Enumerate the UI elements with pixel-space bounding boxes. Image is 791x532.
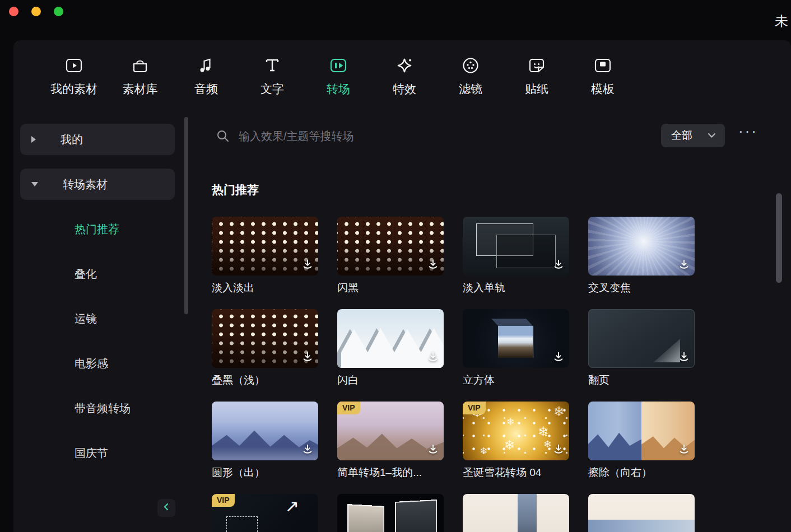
transition-label: 立方体 (463, 373, 569, 388)
transition-thumbnail[interactable] (463, 309, 569, 368)
transition-item[interactable] (588, 494, 695, 532)
chevron-down-icon (708, 130, 716, 141)
download-icon[interactable] (678, 443, 690, 458)
sidebar-item-cinematic[interactable]: 电影感 (13, 341, 202, 386)
transition-label: 闪白 (337, 373, 444, 388)
vip-badge: VIP (212, 494, 235, 507)
transition-thumbnail[interactable] (463, 217, 569, 276)
transition-thumbnail[interactable]: VIP (212, 494, 318, 532)
window-controls (9, 7, 63, 16)
sidebar: 我的 转场素材 热门推荐 叠化 运镜 电影感 带音频转场 国庆节 (13, 116, 202, 532)
vip-badge: VIP (337, 402, 360, 414)
download-icon[interactable] (678, 258, 690, 273)
transition-item[interactable]: 擦除（向右） (588, 402, 695, 480)
filter-selected-value: 全部 (671, 128, 692, 143)
transition-item[interactable]: VIP 简单转场1–我的... (337, 402, 444, 480)
sidebar-list: 热门推荐 叠化 运镜 电影感 带音频转场 国庆节 (13, 207, 202, 475)
transition-item[interactable]: 闪黑 (337, 217, 444, 295)
transition-item[interactable]: 叠黑（浅） (212, 309, 318, 388)
sidebar-group-transitions[interactable]: 转场素材 (20, 169, 175, 200)
effects-icon (394, 55, 415, 76)
sidebar-collapse-button[interactable] (157, 499, 175, 517)
main-panel: 我的素材 素材库 音频 文字 转场 (13, 40, 791, 532)
transition-label: 叠黑（浅） (212, 373, 318, 388)
tab-text[interactable]: 文字 (249, 55, 296, 116)
close-button[interactable] (9, 7, 18, 16)
transition-thumbnail[interactable] (588, 494, 695, 532)
transition-item[interactable]: 立方体 (463, 309, 569, 388)
transition-item[interactable] (337, 494, 444, 532)
transition-thumbnail[interactable] (588, 309, 695, 368)
content-scrollbar[interactable] (776, 193, 782, 283)
tab-label: 模板 (591, 81, 615, 97)
download-icon[interactable] (301, 443, 314, 458)
download-icon[interactable] (552, 443, 565, 458)
search-row: 全部 ··· (202, 116, 791, 160)
window-title: 未 (775, 12, 788, 30)
sidebar-item-camera[interactable]: 运镜 (13, 296, 202, 341)
transition-item[interactable]: 淡入单轨 (463, 217, 569, 295)
download-icon[interactable] (301, 258, 314, 273)
download-icon[interactable] (427, 258, 439, 273)
transition-thumbnail[interactable]: VIP (463, 402, 569, 460)
transition-thumbnail[interactable] (588, 217, 695, 276)
transition-thumbnail[interactable] (337, 309, 444, 368)
transition-thumbnail[interactable] (337, 494, 444, 532)
tab-stickers[interactable]: 贴纸 (513, 55, 560, 116)
section-title: 热门推荐 (212, 182, 791, 198)
transition-thumbnail[interactable] (463, 494, 569, 532)
sidebar-item-audio-transition[interactable]: 带音频转场 (13, 386, 202, 431)
tab-library[interactable]: 素材库 (117, 55, 164, 116)
transition-thumbnail[interactable] (588, 402, 695, 460)
tab-templates[interactable]: 模板 (579, 55, 626, 116)
transition-item[interactable] (463, 494, 569, 532)
transition-label: 淡入单轨 (463, 281, 569, 295)
sidebar-item-dissolve[interactable]: 叠化 (13, 251, 202, 296)
sidebar-group-mine[interactable]: 我的 (20, 124, 175, 155)
library-icon (129, 55, 151, 76)
download-icon[interactable] (678, 351, 690, 365)
sidebar-group-label: 转场素材 (63, 177, 108, 192)
sidebar-item-national-day[interactable]: 国庆节 (13, 431, 202, 475)
download-icon[interactable] (301, 351, 314, 365)
download-icon[interactable] (552, 258, 565, 273)
tab-my-media[interactable]: 我的素材 (50, 55, 97, 116)
transition-thumbnail[interactable] (212, 402, 318, 460)
transition-item[interactable]: 闪白 (337, 309, 444, 388)
transition-label: 圣诞雪花转场 04 (463, 465, 569, 480)
download-icon[interactable] (427, 351, 439, 365)
more-options-button[interactable]: ··· (738, 123, 758, 140)
transition-item[interactable]: VIP 圣诞雪花转场 04 (463, 402, 569, 480)
transition-thumbnail[interactable]: VIP (337, 402, 444, 460)
transition-item[interactable]: VIP (212, 494, 318, 532)
tab-filters[interactable]: 滤镜 (447, 55, 494, 116)
transition-item[interactable]: 交叉变焦 (588, 217, 695, 295)
minimize-button[interactable] (31, 7, 41, 16)
search-input[interactable] (239, 126, 552, 146)
transition-label: 淡入淡出 (212, 281, 318, 295)
tab-label: 文字 (260, 81, 284, 97)
filter-dropdown[interactable]: 全部 (661, 124, 725, 147)
transition-item[interactable]: 翻页 (588, 309, 695, 388)
download-icon[interactable] (552, 351, 565, 365)
transition-thumbnail[interactable] (212, 217, 318, 276)
tab-effects[interactable]: 特效 (381, 55, 428, 116)
transition-label: 擦除（向右） (588, 465, 695, 480)
sidebar-scrollbar[interactable] (184, 117, 188, 314)
tab-audio[interactable]: 音频 (183, 55, 230, 116)
chevron-left-icon (162, 502, 171, 514)
sticker-icon (526, 55, 547, 76)
content-area: 全部 ··· 热门推荐 淡入淡出 (202, 116, 791, 532)
tab-transitions[interactable]: 转场 (315, 55, 362, 116)
sidebar-item-hot[interactable]: 热门推荐 (13, 207, 202, 251)
transition-thumbnail[interactable] (337, 217, 444, 276)
transition-item[interactable]: 淡入淡出 (212, 217, 318, 295)
tab-label: 滤镜 (459, 81, 482, 97)
transition-thumbnail[interactable] (212, 309, 318, 368)
transition-label: 圆形（出） (212, 465, 318, 480)
download-icon[interactable] (427, 443, 439, 458)
tab-label: 特效 (393, 81, 416, 97)
transition-item[interactable]: 圆形（出） (212, 402, 318, 480)
zoom-button[interactable] (54, 7, 63, 16)
top-tabbar: 我的素材 素材库 音频 文字 转场 (13, 40, 791, 116)
